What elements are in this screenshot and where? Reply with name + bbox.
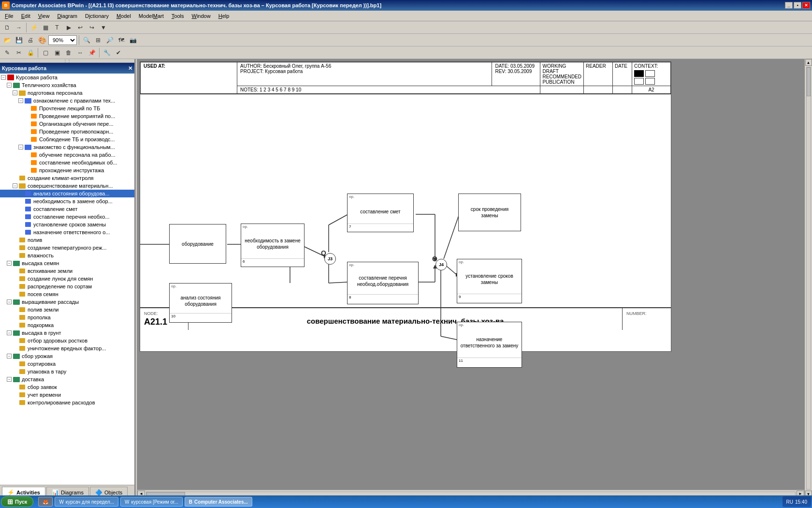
expand-icon[interactable] [13, 384, 18, 390]
arrow-button[interactable]: → [14, 22, 24, 33]
tree-item[interactable]: создание лунок для семян [0, 275, 134, 283]
tree-item[interactable]: упаковка в тару [0, 368, 134, 375]
tree-item[interactable]: сбор заявок [0, 383, 134, 391]
tree-item[interactable]: создание климат-контроля [0, 174, 134, 182]
expand-icon[interactable] [13, 307, 18, 313]
tree-item[interactable]: −доставка [0, 375, 134, 383]
menu-modelmart[interactable]: ModelMart [135, 12, 168, 20]
expand-icon[interactable] [24, 160, 30, 165]
expand-icon[interactable]: − [7, 299, 12, 304]
diagram-area[interactable]: USED AT: AUTHOR: Бескровный Олег, группа… [137, 59, 804, 490]
tree-item[interactable]: Соблюдение ТБ и производс... [0, 135, 134, 143]
expand-icon[interactable] [24, 167, 30, 173]
tree-item[interactable]: Проведение мероприятий по... [0, 112, 134, 120]
tree-item[interactable]: назначение ответственного о... [0, 228, 134, 236]
zoom-in-button[interactable]: 🔍 [81, 35, 92, 45]
tree-item[interactable]: обучение персонала на рабо... [0, 151, 134, 159]
tree-item[interactable]: контролирование расходов [0, 399, 134, 406]
menu-tools[interactable]: Tools [168, 12, 188, 20]
expand-icon[interactable]: − [13, 90, 17, 95]
tree-item[interactable]: посев семян [0, 290, 134, 298]
menu-view[interactable]: View [34, 12, 54, 20]
tree-close[interactable]: ✕ [128, 65, 132, 72]
expand-icon[interactable] [18, 198, 24, 204]
redo-button[interactable]: ↪ [87, 22, 97, 33]
tool10[interactable]: ✔ [113, 47, 124, 58]
print-button[interactable]: 🖨 [25, 35, 36, 45]
new-button[interactable]: 🗋 [2, 22, 13, 33]
expand-icon[interactable]: − [7, 261, 12, 266]
panel-grip[interactable]: ⋮⋮ [0, 59, 134, 63]
expand-icon[interactable] [13, 314, 18, 320]
tree-item[interactable]: подкормка [0, 321, 134, 329]
tree-item[interactable]: составление смет [0, 205, 134, 213]
tool7[interactable]: ↔ [75, 47, 86, 58]
taskbar-icon1[interactable]: 🦊 [38, 497, 53, 507]
save-button[interactable]: 💾 [14, 35, 24, 45]
expand-icon[interactable] [18, 206, 24, 212]
tree-item[interactable]: сортировка [0, 360, 134, 368]
expand-icon[interactable] [24, 121, 30, 127]
down-button[interactable]: ▼ [98, 22, 109, 33]
window-controls[interactable]: _ ▪ ✕ [785, 2, 810, 9]
color-button[interactable]: 🎨 [37, 35, 47, 45]
tree-item[interactable]: полив [0, 236, 134, 244]
tree-item[interactable]: −высадка семян [0, 259, 134, 267]
vscroll-up[interactable]: ▲ [805, 59, 812, 66]
expand-icon[interactable]: − [1, 75, 6, 80]
tree-item[interactable]: анализ состояния оборудова... [0, 190, 134, 197]
expand-icon[interactable]: − [13, 183, 17, 188]
tree-item[interactable]: учет времени [0, 391, 134, 399]
taskbar-btn-word2[interactable]: W курсовая [Режим ог... [120, 497, 183, 507]
tree-item[interactable]: полив земли [0, 306, 134, 314]
expand-icon[interactable] [13, 245, 18, 251]
tool3[interactable]: 🔒 [25, 47, 36, 58]
tree-item[interactable]: создание температурного реж... [0, 244, 134, 252]
tree-item[interactable]: уничтожение вредных фактор... [0, 344, 134, 352]
tree-item[interactable]: прохождение инструктажа [0, 166, 134, 174]
zoom-fit-button[interactable]: ⊞ [93, 35, 103, 45]
tree-item[interactable]: установление сроков замены [0, 221, 134, 228]
tree-item[interactable]: −высадка в грунт [0, 329, 134, 337]
tree-item[interactable]: необходимость в замене обор... [0, 197, 134, 205]
tool6[interactable]: 🗑 [63, 47, 74, 58]
zoom-btn4[interactable]: 🗺 [116, 35, 127, 45]
tree-item[interactable]: −совершенствование материальн... [0, 182, 134, 190]
tree-item[interactable]: −выращивание рассады [0, 298, 134, 306]
expand-icon[interactable] [18, 229, 24, 235]
open-button[interactable]: 📂 [2, 35, 13, 45]
expand-icon[interactable] [13, 276, 18, 282]
menu-edit[interactable]: Edit [17, 12, 34, 20]
tree-item[interactable]: Проведение противопожарн... [0, 128, 134, 135]
undo-button[interactable]: ↩ [75, 22, 86, 33]
expand-icon[interactable] [13, 400, 18, 405]
minimize-button[interactable]: _ [785, 2, 793, 9]
tree-item[interactable]: −сбор урожая [0, 352, 134, 360]
tree-item[interactable]: отбор здоровых ростков [0, 337, 134, 344]
expand-icon[interactable] [18, 222, 24, 227]
tree-item[interactable]: вспхивание земли [0, 267, 134, 275]
expand-icon[interactable] [18, 191, 24, 196]
expand-icon[interactable]: − [7, 83, 12, 88]
tool1[interactable]: ✎ [2, 47, 13, 58]
expand-icon[interactable]: − [7, 330, 12, 335]
menu-diagram[interactable]: Diagram [53, 12, 81, 20]
tree-item[interactable]: −Тепличного хозяйства [0, 81, 134, 89]
tool9[interactable]: 🔧 [102, 47, 112, 58]
tool8[interactable]: 📌 [87, 47, 97, 58]
taskbar-btn-bpwin[interactable]: B Computer Associates... [185, 497, 252, 507]
menu-dictionary[interactable]: Dictionary [81, 12, 113, 20]
close-button[interactable]: ✕ [802, 2, 810, 9]
vertical-scrollbar[interactable]: ▲ ▼ [804, 59, 812, 497]
expand-icon[interactable]: − [7, 377, 12, 382]
tree-item[interactable]: распределение по сортам [0, 283, 134, 290]
menu-window[interactable]: Window [188, 12, 215, 20]
expand-icon[interactable] [13, 175, 18, 181]
tree-item[interactable]: влажность [0, 252, 134, 259]
tree-item[interactable]: составление перечня необхо... [0, 213, 134, 221]
expand-icon[interactable] [18, 214, 24, 220]
expand-icon[interactable] [13, 392, 18, 398]
expand-icon[interactable] [13, 291, 18, 297]
tree-container[interactable]: −Курсовая работа−Тепличного хозяйства−по… [0, 74, 134, 485]
menu-file[interactable]: File [1, 12, 17, 20]
